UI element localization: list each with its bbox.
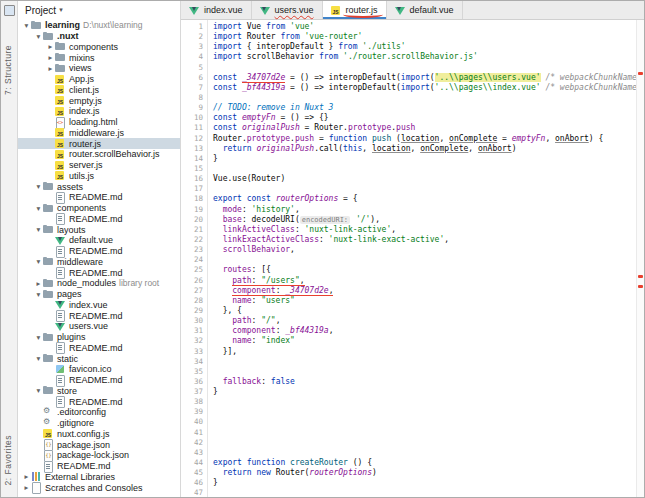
code-line[interactable] <box>213 63 636 73</box>
tree-row-index.js[interactable]: index.js <box>18 106 180 117</box>
code-line[interactable]: mode: 'history', <box>213 205 636 215</box>
code-line[interactable]: Vue.use(Router) <box>213 174 636 184</box>
tree-row-static[interactable]: ▾static <box>18 353 180 364</box>
error-stripe[interactable] <box>636 20 644 497</box>
code-line[interactable]: const _bf44319a = () => interopDefault(i… <box>213 83 636 93</box>
code-line[interactable]: component: _34707d2e, <box>213 286 636 296</box>
favorites-tool-button[interactable]: 2: Favorites <box>3 435 13 485</box>
code-line[interactable]: return originalPush.call(this, location,… <box>213 144 636 154</box>
tree-row-package.json[interactable]: package.json <box>18 439 180 450</box>
code-line[interactable] <box>213 164 636 174</box>
tree-row-package-lock.json[interactable]: package-lock.json <box>18 450 180 461</box>
expand-arrow[interactable]: ▾ <box>34 290 43 299</box>
code-line[interactable]: const emptyFn = () => {} <box>213 113 636 123</box>
code-line[interactable]: }], <box>213 347 636 357</box>
tree-row-README.md[interactable]: README.md <box>18 214 180 225</box>
expand-arrow[interactable]: ▾ <box>22 21 31 30</box>
expand-arrow[interactable]: ▸ <box>22 483 31 492</box>
tree-row-loading.html[interactable]: loading.html <box>18 117 180 128</box>
expand-arrow[interactable]: ▸ <box>22 472 31 481</box>
tree-row-.nuxt[interactable]: ▾.nuxt <box>18 31 180 42</box>
structure-tool-button[interactable]: 7: Structure <box>3 45 13 95</box>
tree-row-README.md[interactable]: README.md <box>18 310 180 321</box>
tree-row-README.md[interactable]: README.md <box>18 375 180 386</box>
code-line[interactable]: // TODO: remove in Nuxt 3 <box>213 103 636 113</box>
tree-row-README.md[interactable]: README.md <box>18 343 180 354</box>
tree-row-External Libraries[interactable]: ▸External Libraries <box>18 472 180 483</box>
code-line[interactable]: scrollBehavior, <box>213 245 636 255</box>
tree-row-learning[interactable]: ▾learningD:\nuxt\learning <box>18 20 180 31</box>
project-panel-header[interactable]: Project ▾ <box>18 1 180 19</box>
expand-arrow[interactable]: ▸ <box>46 64 55 73</box>
code-line[interactable]: base: decodeURI(encodedURI: '/'), <box>213 215 636 225</box>
project-tool-icon[interactable] <box>4 5 15 16</box>
tree-row-store[interactable]: ▾store <box>18 386 180 397</box>
tree-row-router.js[interactable]: router.js <box>18 138 180 149</box>
tree-row-components[interactable]: ▸components <box>18 42 180 53</box>
expand-arrow[interactable]: ▾ <box>34 257 43 266</box>
tree-row-node_modules[interactable]: ▸node_moduleslibrary root <box>18 278 180 289</box>
tree-row-middleware.js[interactable]: middleware.js <box>18 128 180 139</box>
code-line[interactable]: Router.prototype.push = function push (l… <box>213 134 636 144</box>
code-line[interactable]: } <box>213 478 636 488</box>
expand-arrow[interactable]: ▾ <box>34 333 43 342</box>
stripe-mark[interactable] <box>638 72 643 75</box>
tree-row-README.md[interactable]: README.md <box>18 461 180 472</box>
tree-row-plugins[interactable]: ▾plugins <box>18 332 180 343</box>
code-line[interactable]: name: "index" <box>213 336 636 346</box>
code-line[interactable]: export function createRouter () { <box>213 458 636 468</box>
tree-row-Scratches and Consoles[interactable]: ▸Scratches and Consoles <box>18 482 180 493</box>
code-line[interactable]: import Vue from 'vue' <box>213 22 636 32</box>
code-line[interactable]: linkExactActiveClass: 'nuxt-link-exact-a… <box>213 235 636 245</box>
tree-row-middleware[interactable]: ▾middleware <box>18 257 180 268</box>
tab-users.vue[interactable]: users.vue <box>252 1 323 19</box>
code-line[interactable]: name: "users" <box>213 296 636 306</box>
expand-arrow[interactable]: ▾ <box>34 354 43 363</box>
expand-arrow[interactable]: ▾ <box>34 386 43 395</box>
tree-row-README.md[interactable]: README.md <box>18 246 180 257</box>
stripe-mark[interactable] <box>638 285 643 288</box>
chevron-down-icon[interactable]: ▾ <box>59 6 63 14</box>
code-line[interactable] <box>213 438 636 448</box>
code-line[interactable] <box>213 428 636 438</box>
tree-row-empty.js[interactable]: empty.js <box>18 95 180 106</box>
tab-index.vue[interactable]: index.vue <box>181 1 252 19</box>
tree-row-README.md[interactable]: README.md <box>18 267 180 278</box>
tree-row-nuxt.config.js[interactable]: nuxt.config.js <box>18 429 180 440</box>
tree-row-views[interactable]: ▸views <box>18 63 180 74</box>
expand-arrow[interactable]: ▾ <box>34 32 43 41</box>
code-line[interactable] <box>213 367 636 377</box>
tree-row-router.scrollBehavior.js[interactable]: router.scrollBehavior.js <box>18 149 180 160</box>
stripe-mark[interactable] <box>638 275 643 278</box>
tree-row-App.js[interactable]: App.js <box>18 74 180 85</box>
expand-arrow[interactable]: ▸ <box>46 53 55 62</box>
tree-row-README.md[interactable]: README.md <box>18 192 180 203</box>
tree-row-index.vue[interactable]: index.vue <box>18 300 180 311</box>
code-line[interactable]: return new Router(routerOptions) <box>213 468 636 478</box>
code-line[interactable]: } <box>213 387 636 397</box>
tree-row-default.vue[interactable]: default.vue <box>18 235 180 246</box>
code-line[interactable]: import { interopDefault } from './utils' <box>213 42 636 52</box>
expand-arrow[interactable]: ▾ <box>34 204 43 213</box>
code-area[interactable]: import Vue from 'vue'import Router from … <box>208 20 636 497</box>
code-line[interactable]: routes: [{ <box>213 265 636 275</box>
code-line[interactable] <box>213 357 636 367</box>
tree-row-utils.js[interactable]: utils.js <box>18 171 180 182</box>
tree-row-.gitignore[interactable]: .gitignore <box>18 418 180 429</box>
code-line[interactable]: export const routerOptions = { <box>213 194 636 204</box>
tree-row-layouts[interactable]: ▾layouts <box>18 224 180 235</box>
code-line[interactable]: } <box>213 154 636 164</box>
tree-row-mixins[interactable]: ▸mixins <box>18 52 180 63</box>
tree-row-client.js[interactable]: client.js <box>18 85 180 96</box>
code-line[interactable] <box>213 407 636 417</box>
code-line[interactable] <box>213 417 636 427</box>
code-line[interactable]: path: "/users", <box>213 276 636 286</box>
code-line[interactable]: }, { <box>213 306 636 316</box>
tree-row-server.js[interactable]: server.js <box>18 160 180 171</box>
tree-row-pages[interactable]: ▾pages <box>18 289 180 300</box>
code-line[interactable] <box>213 397 636 407</box>
tab-default.vue[interactable]: default.vue <box>387 1 463 19</box>
code-line[interactable]: component: _bf44319a, <box>213 326 636 336</box>
code-line[interactable]: const originalPush = Router.prototype.pu… <box>213 123 636 133</box>
code-line[interactable] <box>213 93 636 103</box>
